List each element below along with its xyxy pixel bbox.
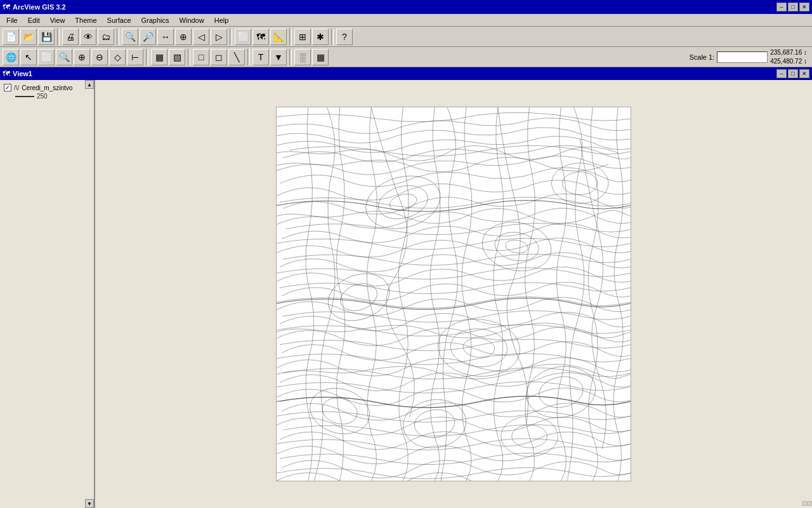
symbol-btn[interactable]: ✱ [312,29,329,45]
globe-btn[interactable]: 🌐 [3,49,19,65]
view-button[interactable]: 👁 [80,29,96,45]
zoom-in-btn[interactable]: 🔍 [122,29,138,45]
hatch2-btn[interactable]: ▦ [312,49,329,65]
vertex-btn[interactable]: ◇ [109,49,126,65]
maximize-button[interactable]: □ [788,3,798,11]
draw-rect-btn[interactable]: □ [193,49,209,65]
add-btn[interactable]: ⊞ [294,29,311,45]
legend-panel: ▲ ✓ /\/ Ceredi_m_szintvo 250 ▼ [0,80,95,508]
toolbar-separator [331,29,334,45]
grid1-btn[interactable]: ▦ [151,49,167,65]
open-button[interactable]: 📂 [20,29,37,45]
menu-item-edit[interactable]: Edit [23,15,45,25]
menu-item-window[interactable]: Window [174,15,209,25]
toolbar-separator [289,29,292,45]
map-btn[interactable]: 🗺 [252,29,269,45]
magnify-btn[interactable]: 🔍 [56,49,72,65]
zoom-prev-btn[interactable]: ◁ [193,29,209,45]
view-window: 🗺 View1 – □ ✕ ▲ ✓ /\/ Ceredi_m_szintvo 2… [0,67,812,508]
legend-sub-item: 250 [1,93,93,100]
menu-item-view[interactable]: View [45,15,70,25]
zoom-out-btn[interactable]: 🔎 [140,29,156,45]
title-bar: 🗺 ArcView GIS 3.2 – □ ✕ [0,0,812,14]
view-maximize-button[interactable]: □ [788,69,798,78]
app-title: ArcView GIS 3.2 [13,3,66,11]
theme-button[interactable]: 🗂 [98,29,114,45]
split-btn[interactable]: ⊢ [127,49,143,65]
view-title: View1 [13,70,32,77]
scale-label: Scale 1: [689,53,714,61]
menu-item-theme[interactable]: Theme [70,15,102,25]
full-extent-btn[interactable]: ⊕ [175,29,192,45]
title-bar-left: 🗺 ArcView GIS 3.2 [3,3,66,11]
view-titlebar-left: 🗺 View1 [3,69,32,78]
grid2-btn[interactable]: ▧ [169,49,185,65]
view-content: ▲ ✓ /\/ Ceredi_m_szintvo 250 ▼ [0,80,812,508]
text-btn[interactable]: T [252,49,269,65]
legend-symbol: /\/ [14,84,19,91]
zoom-in2-btn[interactable]: ⊕ [74,49,90,65]
menu-item-graphics[interactable]: Graphics [136,15,174,25]
map-area[interactable]: ⊡ [95,80,812,508]
zoom-out2-btn[interactable]: ⊖ [91,49,108,65]
view-titlebar: 🗺 View1 – □ ✕ [0,67,812,80]
toolbar1: 📄📂💾🖨👁🗂🔍🔎↔⊕◁▷⬜🗺📐⊞✱? [0,27,812,47]
save-button[interactable]: 💾 [38,29,55,45]
menu-item-file[interactable]: File [1,15,23,25]
toolbar2-separator [247,49,250,65]
measure-btn[interactable]: ⬜ [235,29,251,45]
minimize-button[interactable]: – [776,3,787,11]
draw-line-btn[interactable]: ╲ [228,49,245,65]
scale-input[interactable] [717,51,768,63]
pan-btn[interactable]: ↔ [157,29,174,45]
layout-btn[interactable]: 📐 [270,29,287,45]
legend-scroll-down[interactable]: ▼ [85,499,94,508]
print-button[interactable]: 🖨 [62,29,79,45]
coordinates-display: 235,687.16 ↕ 425,480.72 ↕ [770,48,807,66]
resize-handle[interactable]: ⊡ [803,499,811,507]
toolbar-separator [57,29,60,45]
svg-rect-0 [277,107,631,481]
app-icon: 🗺 [3,3,10,11]
toolbar2-separator [289,49,292,65]
contour-map-svg [276,107,631,481]
toolbar2: 🌐↖⬜🔍⊕⊖◇⊢▦▧□◻╲T▼░▦ Scale 1: 235,687.16 ↕ … [0,47,812,67]
help-btn[interactable]: ? [336,29,353,45]
legend-item: ✓ /\/ Ceredi_m_szintvo [1,83,93,93]
view-titlebar-controls: – □ ✕ [776,69,809,78]
text-opts-btn[interactable]: ▼ [270,49,287,65]
view-minimize-button[interactable]: – [776,69,787,78]
toolbar2-right: Scale 1: 235,687.16 ↕ 425,480.72 ↕ [689,48,809,66]
menu-bar: FileEditViewThemeSurfaceGraphicsWindowHe… [0,14,812,27]
menu-item-surface[interactable]: Surface [102,15,136,25]
legend-layer-label: Ceredi_m_szintvo [22,84,72,91]
box-btn[interactable]: ⬜ [38,49,55,65]
hatch1-btn[interactable]: ░ [294,49,311,65]
title-bar-controls: – □ ✕ [776,3,809,11]
view-icon: 🗺 [3,69,10,78]
legend-checkbox[interactable]: ✓ [4,84,11,91]
toolbar-separator [230,29,232,45]
zoom-next-btn[interactable]: ▷ [211,29,227,45]
draw-ellipse-btn[interactable]: ◻ [211,49,227,65]
pointer-btn[interactable]: ↖ [20,49,37,65]
new-button[interactable]: 📄 [3,29,19,45]
toolbar-separator [117,29,119,45]
view-close-button[interactable]: ✕ [799,69,809,78]
legend-value-label: 250 [37,93,48,100]
toolbar2-separator [146,49,148,65]
legend-scroll-up[interactable]: ▲ [85,80,94,89]
menu-item-help[interactable]: Help [209,15,234,25]
close-button[interactable]: ✕ [799,3,809,11]
legend-line-symbol [15,96,34,97]
toolbar2-separator [188,49,190,65]
